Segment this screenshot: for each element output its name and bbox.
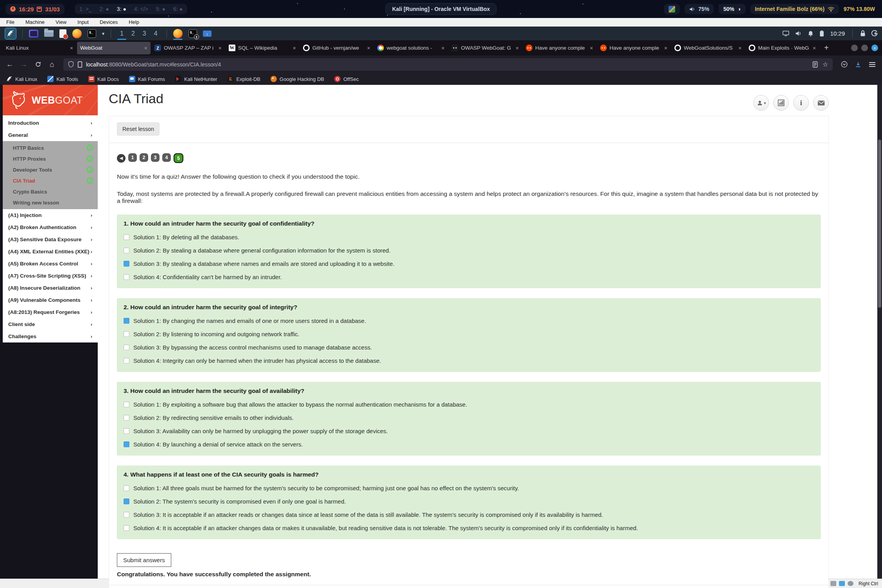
bookmark-item[interactable]: Kali NetHunter [175,76,217,82]
page-button[interactable]: 1 [128,153,137,162]
sidebar-category[interactable]: Client side› [3,318,98,330]
quiz-option[interactable]: Solution 3: By bypassing the access cont… [124,344,814,351]
keyboard-status-icon[interactable] [848,581,853,586]
user-menu-button[interactable]: ▾ [753,95,769,111]
about-button[interactable]: i [793,95,809,111]
webgoat-header[interactable]: WEBGOAT [3,85,98,115]
tab-close-icon[interactable]: × [293,45,296,51]
firefox-launcher[interactable] [71,27,83,40]
workspace-button[interactable]: 3 [139,27,150,40]
sidebar-category[interactable]: (A3) Sensitive Data Exposure› [3,233,98,246]
workspace-button[interactable]: 1 [116,27,127,40]
reload-button[interactable] [32,59,44,70]
panel-clock[interactable]: 16:29 31/03 [5,4,65,14]
sidebar-category[interactable]: (A8) Insecure Deserialization› [3,282,98,294]
tab-close-icon[interactable]: × [70,45,73,51]
sidebar-lesson-item[interactable]: HTTP Basics✓ [3,142,98,153]
browser-tab[interactable]: WebGoatSolutions/S × [671,42,745,54]
tab-close-icon[interactable]: × [144,45,147,51]
quiz-option[interactable]: Solution 1: By exploiting a software bug… [124,401,814,408]
battery-icon[interactable] [819,30,824,37]
tab-close-icon[interactable]: × [516,45,519,51]
page-button[interactable]: 3 [151,153,160,162]
tab-close-icon[interactable]: × [739,45,742,51]
quiz-option[interactable]: Solution 4: Confidentiality can't be har… [124,274,814,280]
reset-lesson-button[interactable]: Reset lesson [117,122,160,136]
sidebar-lesson-item[interactable]: Crypto Basics✓ [3,186,98,197]
browser-tab[interactable]: Main Exploits · WebG × [746,42,819,54]
bookmark-item[interactable]: Kali Linux [6,76,37,82]
bookmark-item[interactable]: Exploit-DB [228,76,260,82]
checkbox[interactable] [124,358,129,364]
checkbox[interactable] [124,331,129,337]
quiz-option[interactable]: Solution 2: By listening to incoming and… [124,331,814,337]
sidebar-lesson-item[interactable]: Writing new lesson✓ [3,197,98,208]
sidebar-category[interactable]: Challenges› [3,330,98,342]
bookmark-item[interactable]: Google Hacking DB [271,76,324,82]
tab-close-icon[interactable]: × [813,45,816,51]
checkbox[interactable] [124,261,129,267]
pocket-icon[interactable] [838,59,850,70]
sidebar-category[interactable]: Introduction› [3,117,98,129]
quiz-option[interactable]: Solution 4: It is acceptable if an attac… [124,525,814,531]
quiz-option[interactable]: Solution 4: By launching a denial of ser… [124,441,814,448]
recording-status-icon[interactable] [830,581,836,586]
page-button[interactable]: 5 [174,153,183,163]
quiz-option[interactable]: Solution 3: It is acceptable if an attac… [124,511,814,518]
checkbox[interactable] [124,485,129,491]
browser-tab[interactable]: SQL – Wikipedia × [226,42,299,54]
bookmark-star-icon[interactable]: ☆ [823,61,828,68]
running-terminal-windows[interactable]: $_ 3 [187,27,198,40]
sidebar-category[interactable]: (A8:2013) Request Forgeries› [3,306,98,318]
file-manager-launcher[interactable] [43,27,55,40]
window-minimize-button[interactable] [851,45,858,51]
checkbox[interactable] [124,441,129,447]
previous-page-button[interactable]: ◀ [117,154,125,163]
quiz-option[interactable]: Solution 2: The system's security is com… [124,498,814,505]
cpu-indicator[interactable]: 50% ◑ [719,4,746,14]
downloads-window[interactable]: ↓ [202,27,213,40]
checkbox[interactable] [124,512,129,518]
scrollbar-thumb[interactable] [878,140,881,308]
browser-tab[interactable]: Kali Linux × [3,42,76,54]
taskbar-clock[interactable]: 10:29 [830,30,845,37]
display-icon[interactable] [782,30,789,36]
sidebar-lesson-item[interactable]: CIA Triad✓ [3,175,98,186]
notifications-bell-icon[interactable] [808,30,814,37]
volume-indicator[interactable]: 75% [685,4,714,14]
workspace-indicator[interactable]: 4:</> [134,6,148,12]
workspace-button[interactable]: 2 [127,27,139,40]
browser-tab[interactable]: OWASP WebGoat: G × [448,42,522,54]
sidebar-category[interactable]: (A4) XML External Entities (XXE)› [3,246,98,258]
browser-tab[interactable]: Have anyone comple × [523,42,596,54]
sidebar-category[interactable]: General› [3,129,98,141]
lock-icon[interactable] [860,30,866,37]
checkbox[interactable] [124,247,129,253]
sidebar-lesson-item[interactable]: HTTP Proxies✓ [3,153,98,164]
workspace-indicator[interactable]: 3:● [117,6,126,12]
window-close-button[interactable]: × [871,45,878,51]
browser-tab[interactable]: webgoat solutions - × [374,42,448,54]
window-maximize-button[interactable] [861,45,868,51]
menubar-item[interactable]: View [56,19,66,25]
page-button[interactable]: 2 [140,153,148,162]
sidebar-category[interactable]: (A2) Broken Authentication› [3,221,98,233]
forward-button[interactable]: → [18,59,30,70]
terminal-launcher[interactable] [28,27,39,40]
tab-close-icon[interactable]: × [219,45,222,51]
bookmark-item[interactable]: Kali Forums [129,76,165,82]
session-logout-icon[interactable] [871,30,878,37]
page-button[interactable]: 4 [162,153,171,162]
quiz-option[interactable]: Solution 1: By changing the names and em… [124,317,814,324]
browser-tab[interactable]: OWASP ZAP – ZAP i × [151,42,225,54]
menubar-item[interactable]: Help [129,19,139,25]
browser-tab[interactable]: WebGoat × [77,42,151,54]
hamburger-menu-icon[interactable] [866,59,878,70]
reader-mode-icon[interactable] [812,61,818,68]
home-button[interactable]: ⌂ [46,59,58,70]
url-text[interactable]: localhost:8080/WebGoat/start.mvc#lesson/… [86,61,809,68]
tab-close-icon[interactable]: × [664,45,667,51]
workspace-switcher[interactable]: 1:>_2:●3:●4:</>5:●6:● [75,4,187,14]
scoreboard-button[interactable] [773,95,789,111]
launcher-dropdown[interactable]: ▾ [101,27,106,40]
